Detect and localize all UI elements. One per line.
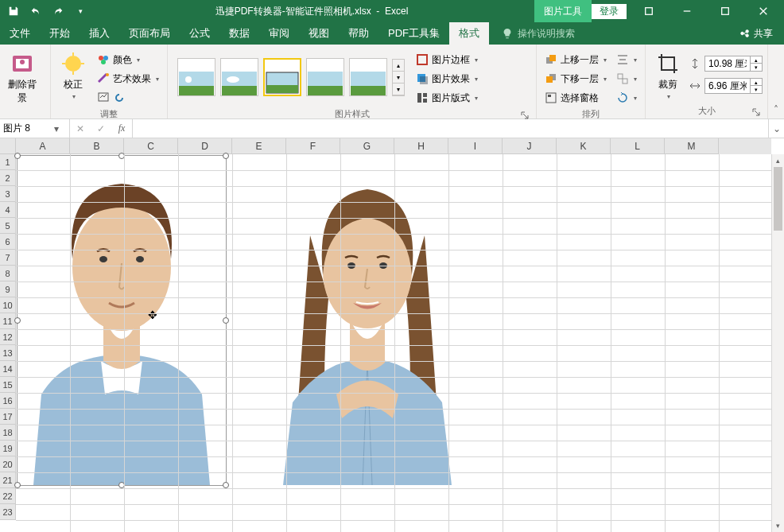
scroll-up-button[interactable]: ▴ [772, 154, 784, 167]
style-thumb[interactable] [349, 58, 387, 96]
spin-up[interactable]: ▴ [751, 79, 762, 86]
inserted-picture-1[interactable]: ✥ [17, 156, 226, 485]
resize-handle[interactable] [223, 482, 229, 488]
picture-layout-button[interactable]: 图片版式▾ [413, 89, 481, 107]
row-header[interactable]: 3 [0, 186, 16, 202]
row-header[interactable]: 13 [0, 345, 16, 361]
qat-customize-button[interactable]: ▾ [72, 2, 89, 20]
row-header[interactable]: 2 [0, 170, 16, 186]
column-header[interactable]: L [611, 138, 665, 154]
inserted-picture-2[interactable] [253, 156, 482, 485]
scroll-down-button[interactable]: ▾ [772, 519, 784, 532]
column-header[interactable]: K [557, 138, 611, 154]
height-input[interactable]: ▴▾ [704, 56, 763, 72]
cancel-formula-button[interactable]: ✕ [70, 123, 91, 134]
vertical-scrollbar[interactable]: ▴ ▾ [771, 154, 784, 532]
corrections-button[interactable]: 校正 ▾ [56, 48, 91, 100]
row-headers[interactable]: 1234567891011121314151617181920212223 [0, 154, 16, 532]
tab-view[interactable]: 视图 [299, 22, 339, 45]
row-header[interactable]: 20 [0, 456, 16, 472]
tab-file[interactable]: 文件 [0, 22, 40, 45]
share-button[interactable]: 共享 [728, 22, 784, 45]
ribbon-display-options[interactable] [633, 0, 665, 22]
collapse-ribbon-button[interactable]: ˄ [768, 45, 784, 118]
row-header[interactable]: 23 [0, 504, 16, 520]
row-header[interactable]: 14 [0, 361, 16, 377]
tab-insert[interactable]: 插入 [80, 22, 119, 45]
name-box[interactable]: ▾ [0, 119, 70, 138]
picture-effects-button[interactable]: 图片效果▾ [413, 70, 481, 87]
maximize-button[interactable] [709, 0, 741, 22]
picture-styles-gallery[interactable]: ▴▾▾ [173, 49, 409, 106]
row-header[interactable]: 7 [0, 250, 16, 266]
row-header[interactable]: 9 [0, 282, 16, 297]
row-header[interactable]: 10 [0, 297, 16, 313]
row-header[interactable]: 6 [0, 234, 16, 250]
select-all-corner[interactable] [0, 138, 16, 154]
style-thumb[interactable] [177, 58, 215, 96]
row-header[interactable]: 15 [0, 377, 16, 393]
style-thumb[interactable] [306, 58, 344, 96]
row-header[interactable]: 18 [0, 425, 16, 441]
row-header[interactable]: 12 [0, 329, 16, 345]
scroll-thumb[interactable] [774, 167, 782, 231]
send-backward-button[interactable]: 下移一层▾ [541, 70, 610, 87]
column-header[interactable]: E [232, 138, 286, 154]
row-header[interactable]: 17 [0, 409, 16, 425]
column-header[interactable]: J [503, 138, 557, 154]
tab-picture-format[interactable]: 格式 [449, 22, 489, 45]
rotate-button[interactable]: ▾ [613, 89, 640, 107]
column-header[interactable]: I [448, 138, 503, 154]
column-header[interactable]: M [665, 138, 719, 154]
tab-help[interactable]: 帮助 [339, 22, 378, 45]
expand-formula-bar-button[interactable]: ⌄ [768, 119, 784, 138]
enter-formula-button[interactable]: ✓ [91, 123, 111, 134]
row-header[interactable]: 8 [0, 266, 16, 282]
dialog-launcher-icon[interactable] [751, 107, 761, 117]
row-header[interactable]: 21 [0, 472, 16, 488]
spin-down[interactable]: ▾ [751, 86, 762, 93]
width-input[interactable]: ▴▾ [704, 78, 763, 94]
picture-border-button[interactable]: 图片边框▾ [413, 51, 481, 68]
insert-function-button[interactable]: fx [111, 122, 132, 134]
column-header[interactable]: G [340, 138, 394, 154]
color-button[interactable]: 颜色▾ [94, 51, 162, 68]
column-header[interactable]: F [286, 138, 340, 154]
resize-handle[interactable] [223, 317, 229, 324]
tab-pdf-tools[interactable]: PDF工具集 [378, 22, 449, 45]
bring-forward-button[interactable]: 上移一层▾ [541, 51, 610, 68]
tell-me-search[interactable]: 操作说明搜索 [489, 22, 728, 45]
column-header[interactable]: C [124, 138, 178, 154]
gallery-scroll[interactable]: ▴▾▾ [392, 59, 405, 96]
spin-down[interactable]: ▾ [751, 64, 762, 71]
style-thumb[interactable] [220, 58, 258, 96]
row-header[interactable]: 1 [0, 154, 16, 170]
row-header[interactable]: 11 [0, 313, 16, 329]
tab-formulas[interactable]: 公式 [180, 22, 219, 45]
column-header[interactable]: D [178, 138, 232, 154]
column-header[interactable]: H [394, 138, 448, 154]
close-button[interactable] [747, 0, 779, 22]
row-header[interactable]: 19 [0, 441, 16, 456]
undo-button[interactable] [27, 2, 45, 20]
column-headers[interactable]: ABCDEFGHIJKLM [16, 138, 771, 154]
save-button[interactable] [5, 2, 22, 20]
remove-background-button[interactable]: 删除背景 [5, 48, 40, 105]
column-header[interactable]: A [16, 138, 70, 154]
row-header[interactable]: 5 [0, 218, 16, 234]
compress-reset-buttons[interactable] [94, 89, 162, 107]
login-button[interactable]: 登录 [592, 4, 627, 19]
cells-area[interactable]: ✥ [16, 154, 771, 532]
tab-page-layout[interactable]: 页面布局 [119, 22, 180, 45]
tab-home[interactable]: 开始 [40, 22, 80, 45]
group-button[interactable]: ▾ [613, 70, 640, 87]
dialog-launcher-icon[interactable] [520, 111, 530, 120]
row-header[interactable]: 4 [0, 202, 16, 218]
row-header[interactable]: 22 [0, 488, 16, 504]
resize-handle[interactable] [14, 153, 21, 159]
tab-data[interactable]: 数据 [219, 22, 259, 45]
name-box-input[interactable] [3, 123, 51, 134]
style-thumb-selected[interactable] [263, 58, 301, 96]
row-header[interactable]: 16 [0, 393, 16, 409]
resize-handle[interactable] [14, 317, 21, 324]
